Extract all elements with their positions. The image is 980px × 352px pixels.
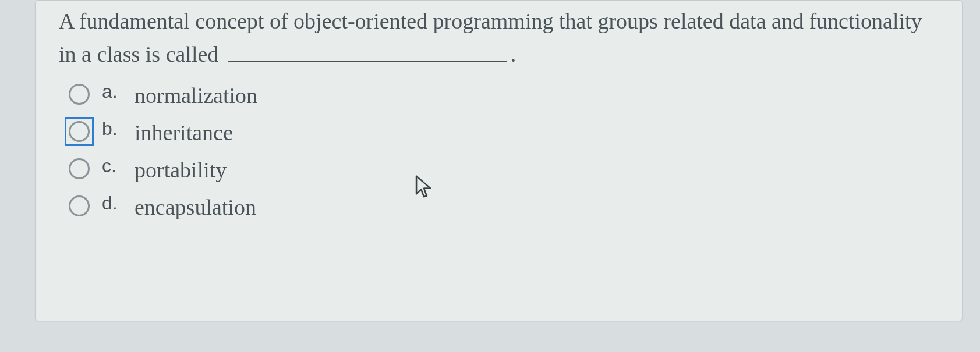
option-d[interactable]: d. encapsulation xyxy=(65,191,939,221)
radio-circle-icon xyxy=(69,121,90,142)
radio-wrap-c[interactable] xyxy=(65,154,94,183)
option-letter: b. xyxy=(102,117,126,140)
option-a[interactable]: a. normalization xyxy=(65,80,939,109)
question-stem: A fundamental concept of object-oriented… xyxy=(59,6,939,69)
radio-wrap-a[interactable] xyxy=(65,80,94,109)
option-letter: d. xyxy=(102,191,126,214)
radio-circle-icon xyxy=(69,84,90,105)
option-letter: c. xyxy=(102,154,126,177)
radio-circle-icon xyxy=(69,195,90,216)
question-card: A fundamental concept of object-oriented… xyxy=(35,0,963,321)
radio-circle-icon xyxy=(69,158,90,179)
option-text: inheritance xyxy=(135,118,233,145)
option-text: encapsulation xyxy=(135,192,256,220)
options-list: a. normalization b. inheritance c. porta… xyxy=(65,80,939,221)
radio-wrap-d[interactable] xyxy=(65,191,94,221)
option-b[interactable]: b. inheritance xyxy=(65,117,939,146)
cursor-icon xyxy=(414,175,434,200)
option-c[interactable]: c. portability xyxy=(65,154,939,183)
stem-period: . xyxy=(511,42,516,66)
option-letter: a. xyxy=(102,80,126,102)
fill-blank xyxy=(228,36,507,62)
option-text: portability xyxy=(135,155,227,183)
option-text: normalization xyxy=(135,80,257,108)
radio-wrap-b[interactable] xyxy=(65,117,94,146)
